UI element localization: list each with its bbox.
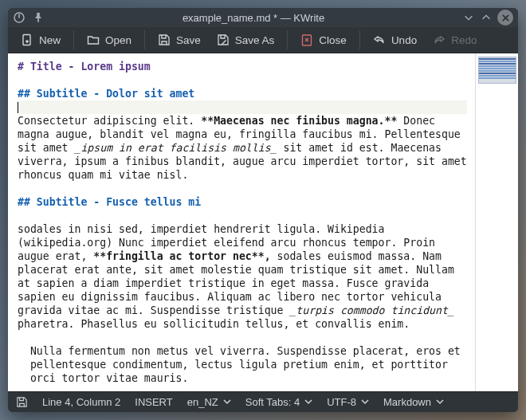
current-line bbox=[18, 100, 467, 114]
chevron-down-icon bbox=[436, 398, 444, 406]
app-menu-icon[interactable] bbox=[13, 11, 26, 24]
encoding-selector[interactable]: UTF-8 bbox=[327, 396, 369, 408]
undo-label: Undo bbox=[391, 34, 417, 46]
file-new-icon bbox=[21, 33, 33, 46]
new-label: New bbox=[39, 34, 61, 46]
close-window-icon[interactable] bbox=[497, 10, 513, 26]
save-label: Save bbox=[176, 34, 201, 46]
save-as-icon bbox=[217, 33, 230, 46]
close-button[interactable]: Close bbox=[294, 29, 353, 51]
statusbar: Line 4, Column 2 INSERT en_NZ Soft Tabs:… bbox=[8, 391, 518, 412]
separator bbox=[287, 30, 288, 49]
redo-label: Redo bbox=[451, 34, 477, 46]
undo-button[interactable]: Undo bbox=[367, 29, 423, 51]
separator bbox=[73, 30, 74, 49]
maximize-icon[interactable] bbox=[480, 11, 493, 24]
cursor-position[interactable]: Line 4, Column 2 bbox=[42, 396, 120, 408]
saveas-label: Save As bbox=[235, 34, 275, 46]
heading-2: ## Subtitle - Dolor sit amet bbox=[18, 88, 194, 100]
separator bbox=[359, 30, 360, 49]
syntax-selector[interactable]: Markdown bbox=[383, 396, 444, 408]
minimap[interactable] bbox=[475, 53, 518, 391]
titlebar[interactable]: example_name.md * — KWrite bbox=[8, 8, 518, 27]
saveas-button[interactable]: Save As bbox=[210, 29, 281, 51]
undo-icon bbox=[373, 33, 386, 46]
close-doc-icon bbox=[300, 33, 313, 46]
toolbar: New Open Save Save As Close Undo Redo bbox=[8, 27, 518, 53]
separator bbox=[144, 30, 145, 49]
new-button[interactable]: New bbox=[14, 29, 67, 51]
redo-button[interactable]: Redo bbox=[426, 29, 483, 51]
heading-1: # Title - Lorem ipsum bbox=[18, 61, 151, 73]
tabs-selector[interactable]: Soft Tabs: 4 bbox=[245, 396, 312, 408]
heading-2: ## Subtitle - Fusce tellus mi bbox=[18, 196, 201, 208]
window-title: example_name.md * — KWrite bbox=[45, 12, 462, 24]
text-caret bbox=[18, 102, 18, 113]
open-label: Open bbox=[105, 34, 132, 46]
insert-mode[interactable]: INSERT bbox=[135, 396, 172, 408]
folder-open-icon bbox=[87, 33, 100, 46]
open-button[interactable]: Open bbox=[80, 29, 138, 51]
paragraph: sodales in nisi sed, imperdiet hendrerit… bbox=[18, 223, 461, 330]
save-status-icon[interactable] bbox=[16, 396, 28, 408]
blockquote-line: pellentesque condimentum, lectus ligula … bbox=[18, 358, 467, 371]
minimize-icon[interactable] bbox=[462, 11, 475, 24]
minimap-viewport[interactable] bbox=[478, 57, 516, 84]
locale-selector[interactable]: en_NZ bbox=[187, 396, 231, 408]
blockquote-line: orci tortor vitae mauris. bbox=[18, 371, 467, 385]
svg-rect-1 bbox=[18, 14, 20, 18]
save-icon bbox=[158, 33, 171, 46]
redo-icon bbox=[433, 33, 446, 46]
chevron-down-icon bbox=[223, 398, 231, 406]
editor-area: # Title - Lorem ipsum ## Subtitle - Dolo… bbox=[8, 53, 518, 391]
text-editor[interactable]: # Title - Lorem ipsum ## Subtitle - Dolo… bbox=[8, 53, 475, 391]
save-button[interactable]: Save bbox=[151, 29, 207, 51]
close-label: Close bbox=[319, 34, 347, 46]
chevron-down-icon bbox=[361, 398, 369, 406]
app-window: example_name.md * — KWrite New Open Save bbox=[8, 8, 518, 412]
paragraph: Consectetur adipiscing elit. **Maecenas … bbox=[18, 115, 473, 181]
blockquote-line: Nulla fermentum non metus vel viverra. S… bbox=[18, 344, 467, 358]
chevron-down-icon bbox=[304, 398, 312, 406]
pin-icon[interactable] bbox=[32, 11, 45, 24]
